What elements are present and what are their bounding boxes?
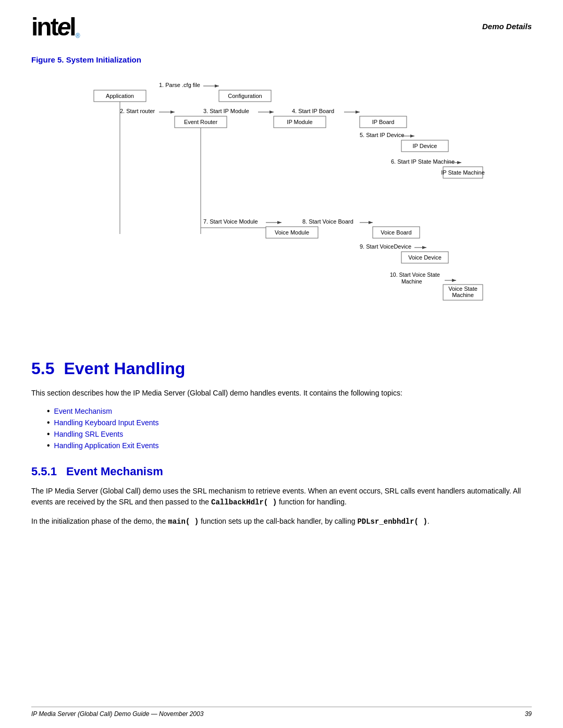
link-app-exit[interactable]: Handling Application Exit Events [54,441,159,450]
list-item-srl-events[interactable]: Handling SRL Events [47,429,532,439]
section-551-title: Event Mechanism [66,465,163,478]
para2-text-end: . [427,517,430,525]
svg-text:Machine: Machine [452,292,474,298]
section-551-number: 5.5.1 [31,465,57,478]
svg-text:2. Start router: 2. Start router [120,108,155,114]
svg-text:IP State Machine: IP State Machine [441,169,485,176]
para1-text-end: function for handling. [277,498,347,506]
section-551-paragraph2: In the initialization phase of the demo,… [31,516,532,528]
svg-text:Voice Board: Voice Board [381,229,411,236]
footer-left: IP Media Server (Global Call) Demo Guide… [31,710,203,718]
svg-text:10. Start Voice State: 10. Start Voice State [390,272,440,278]
link-srl-events[interactable]: Handling SRL Events [54,430,124,438]
svg-text:9. Start VoiceDevice: 9. Start VoiceDevice [360,243,411,250]
svg-text:IP Device: IP Device [413,143,437,149]
svg-text:Voice Device: Voice Device [408,254,442,261]
svg-text:IP Board: IP Board [372,119,395,125]
intel-logo: intel® [31,15,80,40]
main-content: Figure 5. System Initialization 1. Parse… [0,55,563,556]
section-55-links-list: Event Mechanism Handling Keyboard Input … [47,406,532,450]
registered-mark: ® [76,32,80,40]
section-551-paragraph1: The IP Media Server (Global Call) demo u… [31,486,532,509]
section-551-heading: 5.5.1Event Mechanism [31,465,532,478]
system-initialization-diagram: 1. Parse .cfg file Application Configura… [31,72,532,343]
section-55-intro: This section describes how the IP Media … [31,388,532,399]
section-55-number: 5.5 [31,359,54,378]
svg-text:8. Start Voice Board: 8. Start Voice Board [302,218,353,225]
svg-text:7. Start Voice Module: 7. Start Voice Module [203,218,258,225]
para2-text1: In the initialization phase of the demo,… [31,517,168,525]
svg-text:Configuration: Configuration [228,93,262,99]
pdlsr-func: PDLsr_enbhdlr( ) [357,517,427,526]
svg-text:3. Start IP Module: 3. Start IP Module [203,108,249,114]
para2-text-mid: function sets up the call-back handler, … [199,517,357,525]
link-event-mechanism[interactable]: Event Mechanism [54,407,112,415]
footer-page-number: 39 [525,710,532,718]
list-item-app-exit[interactable]: Handling Application Exit Events [47,441,532,450]
svg-text:Event Router: Event Router [184,119,218,125]
header-section-label: Demo Details [482,15,532,31]
svg-text:Voice Module: Voice Module [275,229,309,236]
page-footer: IP Media Server (Global Call) Demo Guide… [31,707,532,718]
svg-text:1. Parse .cfg file: 1. Parse .cfg file [159,82,200,88]
figure-title: Figure 5. System Initialization [31,55,532,64]
svg-text:Application: Application [106,93,134,99]
link-keyboard-input[interactable]: Handling Keyboard Input Events [54,418,159,427]
diagram-svg: 1. Parse .cfg file Application Configura… [78,72,485,343]
list-item-event-mechanism[interactable]: Event Mechanism [47,406,532,416]
svg-text:6. Start IP State Machine: 6. Start IP State Machine [391,158,455,165]
section-55-heading: 5.5Event Handling [31,359,532,378]
svg-text:IP Module: IP Module [287,119,312,125]
main-func: main( ) [168,517,199,526]
svg-text:5. Start IP Device: 5. Start IP Device [360,132,404,138]
list-item-keyboard-input[interactable]: Handling Keyboard Input Events [47,418,532,427]
callback-func: CallbackHdlr( ) [211,498,277,507]
section-55-title: Event Handling [64,359,185,378]
svg-text:Voice State: Voice State [448,286,478,292]
page-header: intel® Demo Details [0,0,563,45]
svg-text:4. Start IP Board: 4. Start IP Board [292,108,334,114]
svg-text:Machine: Machine [401,278,422,285]
